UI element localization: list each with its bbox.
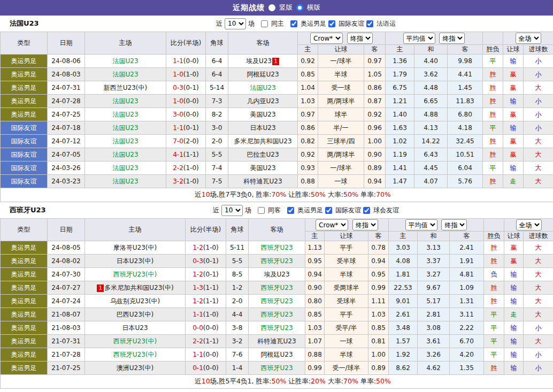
odds-source-select[interactable]: Crow* xyxy=(316,219,348,230)
match-result: 平 xyxy=(484,335,504,348)
score-cell: 1-2(0-1) xyxy=(186,268,226,281)
avg-away-odds: 32.45 xyxy=(448,135,483,148)
away-odds: 0.96 xyxy=(364,121,386,135)
fulltime-score: 0-0 xyxy=(193,324,203,332)
avg-away-odds: 1.09 xyxy=(450,281,484,295)
sub-header-avg-draw: 和 xyxy=(414,45,448,55)
score-cell: 1-1(0-0) xyxy=(186,348,226,362)
summary-segment: 让胜率: xyxy=(286,377,311,385)
match-result: 胜 xyxy=(483,148,503,162)
home-team-cell: 法国U23 xyxy=(85,121,166,135)
date-cell: 24-08-05 xyxy=(48,241,85,255)
team-name: 法国U23 xyxy=(112,71,138,78)
halftime-score: (1-0) xyxy=(183,71,199,78)
fulltime-score: 1-1 xyxy=(193,311,203,318)
score-cell: 0-3(0-1) xyxy=(166,81,206,95)
sub-header-avg-away: 客 xyxy=(450,232,484,241)
handicap-line: 受两球半 xyxy=(325,281,368,295)
scope-select[interactable]: 全场 xyxy=(516,33,541,44)
score-cell: 1-1(1-0) xyxy=(186,308,226,321)
date-cell: 24-07-31 xyxy=(48,81,85,95)
home-odds: 0.88 xyxy=(298,175,318,188)
goals-result: 小 xyxy=(524,68,553,81)
goals-result: 大 xyxy=(524,241,553,255)
avg-final-select[interactable]: 终指 xyxy=(439,33,465,44)
avg-final-select[interactable]: 终指 xyxy=(441,219,467,230)
sub-header-odds-home: 主 xyxy=(298,45,318,55)
match-result: 平 xyxy=(483,121,503,135)
matches-label: 场 xyxy=(248,19,255,28)
summary-segment: 10 xyxy=(202,377,210,385)
recent-count-select[interactable]: 10 xyxy=(225,18,246,29)
odds-final-select[interactable]: 终指 xyxy=(352,219,378,230)
col-header-home: 主场 xyxy=(85,219,186,241)
league-checkbox-francophone[interactable] xyxy=(366,20,373,27)
handicap-result: 输 xyxy=(503,162,524,175)
home-odds: 1.13 xyxy=(305,241,325,255)
horizontal-mode-radio[interactable] xyxy=(296,4,303,11)
col-header-date: 日期 xyxy=(48,32,85,55)
score-cell: 0-3(0-1) xyxy=(186,255,226,268)
avg-home-odds: 1.47 xyxy=(386,175,414,188)
match-row: 国际友谊24-03-26法国U232-2(1-0)7-4美国U230.93一/球… xyxy=(1,162,553,175)
date-cell: 21-07-28 xyxy=(48,348,85,362)
avg-source-select[interactable]: 平均值 xyxy=(403,33,435,44)
league-checkbox-olympic[interactable] xyxy=(290,20,297,27)
summary-segment: 70% xyxy=(343,377,358,385)
team-name: 巴西U23(中) xyxy=(117,311,153,318)
france-section: 法国U23 近 10 场 同主 奥运男足 国际友谊 法语运 类型 日期 主场 xyxy=(0,16,553,202)
avg-draw-odds: 4.88 xyxy=(414,108,448,121)
league-checkbox-olympic[interactable] xyxy=(287,207,294,214)
league-checkbox-club-friendly[interactable] xyxy=(363,207,370,214)
same-venue-checkbox[interactable] xyxy=(261,20,268,27)
recent-count-select[interactable]: 10 xyxy=(221,205,243,216)
home-odds: 1.07 xyxy=(305,335,325,348)
away-odds: 1.00 xyxy=(364,135,386,148)
team-name: 美国U23 xyxy=(250,111,275,118)
league-checkbox-friendly[interactable] xyxy=(325,207,332,214)
goals-result: 小 xyxy=(524,95,553,108)
match-result: 胜 xyxy=(483,108,503,121)
vertical-mode-radio[interactable] xyxy=(268,4,275,11)
col-header-type: 类型 xyxy=(1,219,48,241)
home-team-cell: 巴西U23(中) xyxy=(85,308,186,321)
halftime-score: (1-0) xyxy=(203,244,219,251)
halftime-score: (1-1) xyxy=(203,337,219,345)
home-odds: 0.85 xyxy=(298,68,318,81)
avg-source-select[interactable]: 平均值 xyxy=(405,219,437,230)
match-row: 国际友谊24-07-18法国U231-1(0-1)3-0日本U230.86半/一… xyxy=(1,121,553,135)
team-name: 西班牙U23 xyxy=(260,244,293,251)
team-name: 几内亚U23 xyxy=(247,97,279,105)
fulltime-score: 1-2 xyxy=(193,244,203,251)
goals-result: 大 xyxy=(524,281,553,295)
match-row: 奥运男足24-07-30西班牙U23(中)1-2(0-1)8-5埃及U230.9… xyxy=(1,268,553,281)
match-type-badge: 国际友谊 xyxy=(1,148,48,162)
date-cell: 24-07-24 xyxy=(48,295,85,308)
odds-final-select[interactable]: 终指 xyxy=(347,33,373,44)
team-name: 多米尼加共和国U23 xyxy=(234,137,291,145)
away-team-cell: 几内亚U23 xyxy=(228,95,298,108)
avg-draw-odds: 5.17 xyxy=(418,295,450,308)
avg-draw-odds: 6.43 xyxy=(414,148,448,162)
scope-select[interactable]: 全场 xyxy=(516,219,542,230)
same-venue-checkbox[interactable] xyxy=(258,207,265,214)
halftime-score: (0-0) xyxy=(183,111,199,118)
odds-source-select[interactable]: Crow* xyxy=(310,33,343,44)
away-team-cell: 日本U23 xyxy=(228,121,298,135)
away-odds: 0.97 xyxy=(364,55,386,68)
home-odds: 0.92 xyxy=(298,148,318,162)
corner-cell: 5-11 xyxy=(226,241,249,255)
summary-segment: 50% xyxy=(272,377,287,385)
halftime-score: (1-0) xyxy=(183,178,199,185)
summary-segment: 10 xyxy=(202,190,210,198)
avg-away-odds: 4.41 xyxy=(448,68,483,81)
match-type-badge: 奥运男足 xyxy=(1,68,48,81)
team-name: 法国U23 xyxy=(112,151,138,158)
goals-result: 大 xyxy=(524,175,553,188)
league-checkbox-friendly[interactable] xyxy=(328,20,335,27)
fulltime-score: 1-3 xyxy=(193,284,203,291)
team-name: 多米尼加共和国U23(中) xyxy=(104,284,173,291)
avg-draw-odds: 14.22 xyxy=(414,135,448,148)
avg-home-odds: 1.79 xyxy=(386,68,414,81)
match-type-badge: 国际友谊 xyxy=(1,135,48,148)
